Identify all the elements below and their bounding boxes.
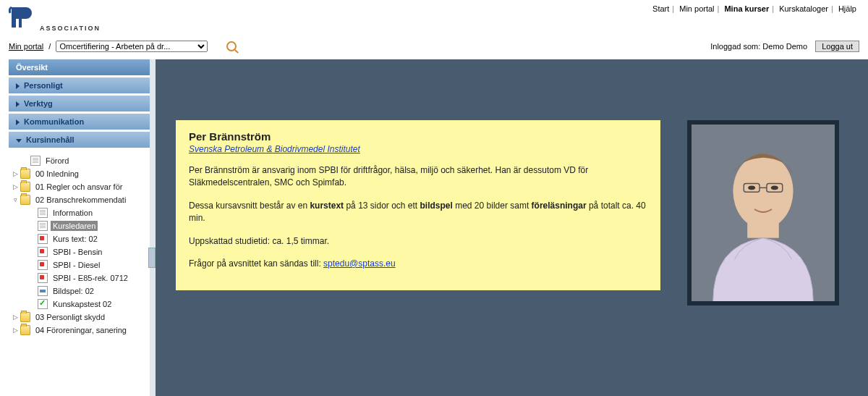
pdf-icon bbox=[38, 247, 48, 257]
sidebar-item-kursinnehall[interactable]: Kursinnehåll bbox=[9, 132, 150, 148]
tree-item-forord[interactable]: Förord bbox=[12, 154, 150, 167]
page-icon bbox=[30, 156, 41, 166]
logo-icon bbox=[9, 4, 35, 32]
tree-item-diesel[interactable]: SPBI - Diesel bbox=[12, 258, 150, 271]
breadcrumb-separator: / bbox=[46, 42, 54, 51]
folder-icon bbox=[20, 195, 30, 205]
contact-email-link[interactable]: sptedu@sptass.eu bbox=[323, 258, 396, 269]
chevron-down-icon bbox=[16, 139, 22, 143]
chevron-right-icon bbox=[16, 83, 20, 89]
page-icon bbox=[38, 221, 48, 231]
tree-item-kunskapstest[interactable]: Kunskapstest 02 bbox=[12, 298, 150, 311]
svg-rect-1 bbox=[19, 7, 22, 28]
session-info: Inloggad som: Demo Demo Logga ut bbox=[710, 41, 859, 52]
sidebar-item-personligt[interactable]: Personligt bbox=[9, 77, 150, 93]
logo-text: ASSOCIATION bbox=[40, 25, 101, 32]
course-tree: Förord ▷00 Inledning ▷01 Regler och ansv… bbox=[9, 150, 150, 337]
logout-button[interactable]: Logga ut bbox=[815, 41, 859, 52]
institute-link[interactable]: Svenska Petroleum & Biodrivmedel Institu… bbox=[189, 144, 360, 154]
instructor-bio: Per Brännström är ansvarig inom SPBI för… bbox=[189, 164, 647, 190]
splitter-handle-icon[interactable] bbox=[148, 248, 156, 268]
slides-icon bbox=[38, 286, 48, 296]
svg-point-5 bbox=[748, 185, 755, 190]
nav-hjalp[interactable]: Hjälp bbox=[835, 4, 859, 13]
tree-item-kurstext[interactable]: Kurs text: 02 bbox=[12, 232, 150, 245]
tree-item-information[interactable]: Information bbox=[12, 206, 150, 219]
sidebar-item-verktyg[interactable]: Verktyg bbox=[9, 96, 150, 111]
tree-item-bildspel[interactable]: Bildspel: 02 bbox=[12, 285, 150, 298]
folder-icon bbox=[20, 169, 30, 179]
study-time: Uppskattad studietid: ca. 1,5 timmar. bbox=[189, 235, 647, 248]
tree-item-02[interactable]: ▿02 Branschrekommendati bbox=[12, 193, 150, 206]
info-card: Per Brännström Svenska Petroleum & Biodr… bbox=[176, 120, 660, 290]
search-icon[interactable] bbox=[226, 41, 237, 53]
page-icon bbox=[38, 208, 48, 218]
content-pane: Per Brännström Svenska Petroleum & Biodr… bbox=[156, 59, 868, 396]
tree-item-03[interactable]: ▷03 Personligt skydd bbox=[12, 311, 150, 324]
tree-item-kursledaren[interactable]: Kursledaren bbox=[12, 219, 150, 232]
tree-item-00[interactable]: ▷00 Inledning bbox=[12, 167, 150, 180]
nav-start[interactable]: Start bbox=[650, 4, 672, 13]
pdf-icon bbox=[38, 260, 48, 270]
svg-rect-0 bbox=[12, 7, 16, 28]
instructor-name: Per Brännström bbox=[189, 130, 647, 143]
nav-mina-kurser[interactable]: Mina kurser bbox=[721, 4, 772, 13]
tree-item-e85[interactable]: SPBI - E85-rek. 0712 bbox=[12, 271, 150, 285]
nav-min-portal[interactable]: Min portal bbox=[676, 4, 717, 13]
contact-line: Frågor på avsnittet kan sändas till: spt… bbox=[189, 258, 647, 270]
brand-logo: ASSOCIATION bbox=[9, 4, 101, 32]
nav-kurskataloger[interactable]: Kurskataloger bbox=[776, 4, 831, 13]
pdf-icon bbox=[38, 273, 48, 283]
folder-icon bbox=[20, 325, 30, 335]
svg-rect-4 bbox=[747, 216, 779, 238]
top-nav: Start| Min portal| Mina kurser| Kurskata… bbox=[650, 4, 859, 13]
svg-point-6 bbox=[771, 185, 778, 190]
sidebar-header-oversikt[interactable]: Översikt bbox=[9, 59, 150, 75]
sidebar-item-kommunikation[interactable]: Kommunikation bbox=[9, 114, 150, 130]
logged-in-label: Inloggad som: bbox=[710, 42, 762, 51]
tree-item-bensin[interactable]: SPBI - Bensin bbox=[12, 245, 150, 258]
course-description: Dessa kursavsnitt består av en kurstext … bbox=[189, 200, 647, 225]
tree-item-04[interactable]: ▷04 Föroreningar, sanering bbox=[12, 324, 150, 337]
folder-icon bbox=[20, 182, 30, 192]
folder-icon bbox=[20, 312, 30, 322]
sidebar: Översikt Personligt Verktyg Kommunikatio… bbox=[9, 59, 150, 396]
breadcrumb-portal-link[interactable]: Min portal bbox=[9, 42, 43, 51]
tree-item-01[interactable]: ▷01 Regler och ansvar för bbox=[12, 180, 150, 193]
splitter[interactable] bbox=[150, 59, 156, 396]
pdf-icon bbox=[38, 234, 48, 244]
course-select[interactable]: Omcertifiering - Arbeten på dr... bbox=[56, 41, 208, 52]
test-icon bbox=[38, 299, 48, 309]
logged-in-user: Demo Demo bbox=[762, 42, 807, 51]
chevron-right-icon bbox=[16, 101, 20, 107]
chevron-right-icon bbox=[16, 119, 20, 125]
instructor-photo bbox=[687, 120, 839, 306]
